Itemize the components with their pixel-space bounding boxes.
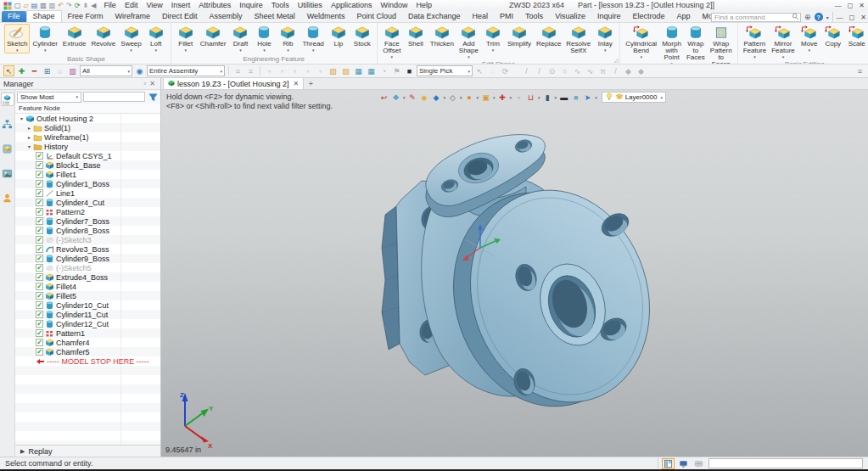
ribbon-tab-point-cloud[interactable]: Point Cloud: [351, 11, 403, 22]
chevron-down-icon[interactable]: ▾: [460, 95, 462, 100]
chevron-down-icon[interactable]: ▾: [510, 95, 512, 100]
ribbon-button-move[interactable]: Move▾: [798, 24, 821, 53]
redline-icon[interactable]: ✎: [407, 92, 418, 103]
role-manager-icon[interactable]: [1, 191, 14, 205]
feature-node-cylinder8-boss[interactable]: ✓Cylinder8_Boss: [15, 226, 160, 235]
checkbox[interactable]: ✓: [36, 227, 43, 234]
remove-entity-icon[interactable]: ━: [29, 65, 40, 76]
snap-line2-icon[interactable]: /: [534, 65, 545, 76]
feature-node-fillet5[interactable]: ✓Fillet5: [15, 291, 160, 300]
ribbon-button-resolve-selfx[interactable]: Resolve SelfX: [563, 24, 593, 55]
shaded-display-icon[interactable]: ◆: [431, 92, 442, 103]
ribbon-button-shell[interactable]: Shell: [404, 24, 428, 48]
ribbon-tab-electrode[interactable]: Electrode: [627, 11, 671, 22]
feature-node-cylinder7-boss[interactable]: ✓Cylinder7_Boss: [15, 216, 160, 226]
pick-chain-icon[interactable]: ◌: [487, 65, 498, 76]
snap-curve-icon[interactable]: ∿: [572, 65, 583, 76]
ribbon-tab-tools[interactable]: Tools: [519, 11, 549, 22]
color-filter-icon[interactable]: ▥: [67, 65, 78, 76]
checkbox[interactable]: ✓: [36, 339, 43, 346]
ribbon-collapse-icon[interactable]: ≡: [858, 67, 865, 76]
checkbox[interactable]: ✓: [36, 264, 43, 272]
pick-mode-select[interactable]: Single Pick▾: [417, 65, 473, 76]
snap-face2-icon[interactable]: ◆: [636, 65, 647, 76]
ribbon-button-hole[interactable]: Hole▾: [252, 24, 276, 53]
help-icon[interactable]: ?: [815, 13, 823, 21]
library-folder-icon[interactable]: ▨: [340, 65, 351, 76]
checkbox[interactable]: ✓: [36, 199, 43, 206]
ribbon-tab-inquire[interactable]: Inquire: [591, 11, 627, 22]
feature-node-chamfer4[interactable]: ✓Chamfer4: [15, 338, 160, 347]
feature-node-chamfer5[interactable]: ✓Chamfer5: [15, 347, 160, 356]
minimize-button[interactable]: —: [835, 0, 842, 11]
snap-angle-icon[interactable]: /: [610, 65, 621, 76]
checkbox[interactable]: ✓: [36, 189, 43, 197]
feature-node-pattern2[interactable]: ✓Pattern2: [15, 207, 160, 216]
snap-line-icon[interactable]: /: [521, 65, 532, 76]
ribbon-tab-wireframe[interactable]: Wireframe: [109, 11, 157, 22]
checkbox[interactable]: ✓: [36, 292, 43, 300]
checkbox[interactable]: ✓: [36, 245, 43, 253]
replay-b[interactable]: ▶ Replay: [15, 445, 160, 457]
align-horizontal-icon[interactable]: ≡: [232, 65, 244, 76]
pick-box-icon[interactable]: ⊞: [42, 65, 53, 76]
section-view-icon[interactable]: ●: [464, 92, 475, 103]
filter-funnel-icon[interactable]: [147, 92, 159, 103]
ribbon-tab-shape[interactable]: Shape: [26, 10, 62, 22]
layer-select[interactable]: Layer0000▾: [602, 92, 666, 103]
dialog-launcher-icon[interactable]: ◿: [614, 58, 619, 63]
feature-node-sketch5[interactable]: ✓(-)Sketch5: [15, 263, 160, 272]
regenerate-icon[interactable]: ⟳: [75, 1, 81, 10]
ribbon-tab-direct-edit[interactable]: Direct Edit: [156, 11, 204, 22]
expander-icon[interactable]: ▸: [25, 125, 33, 131]
ribbon-button-simplify[interactable]: Simplify: [505, 24, 534, 48]
viewport[interactable]: lesson 19.Z3 - [Outlet Housing 2] ✕ ＋: [161, 78, 868, 457]
checkbox[interactable]: ✓: [36, 236, 43, 244]
view-manager-icon[interactable]: [1, 142, 14, 155]
ribbon-button-face-offset[interactable]: Face Offset▾: [380, 24, 404, 60]
ribbon-button-replace[interactable]: Replace: [534, 24, 563, 48]
ribbon-button-fillet[interactable]: Fillet▾: [174, 24, 198, 53]
snap-midpoint-icon[interactable]: π: [597, 65, 608, 76]
view-manager-icon[interactable]: ❖: [390, 92, 401, 103]
globe-icon[interactable]: ⊕: [804, 13, 811, 21]
new-tab-button[interactable]: ＋: [304, 78, 317, 89]
find-command-input[interactable]: [711, 13, 801, 22]
ribbon-button-morph-with-point[interactable]: Morph with Point▾: [659, 24, 684, 64]
feature-node-cylinder4-cut[interactable]: ✓Cylinder4_Cut: [15, 198, 160, 207]
ribbon-tab-app[interactable]: App: [671, 11, 697, 22]
ribbon-button-loft[interactable]: Loft▾: [144, 24, 168, 53]
feature-node-wireframe-1[interactable]: ▸Wireframe(1): [15, 132, 160, 142]
solid-display-icon[interactable]: ◆: [419, 92, 430, 103]
chevron-down-icon[interactable]: ▾: [538, 95, 540, 100]
snap-face-icon[interactable]: ◆: [623, 65, 634, 76]
align-plane-icon[interactable]: ▫: [513, 92, 524, 103]
print-icon[interactable]: ▥: [40, 1, 47, 10]
checkbox[interactable]: ✓: [36, 180, 43, 188]
feature-node-default-csys-1[interactable]: ✓Default CSYS_1: [15, 151, 160, 160]
snap-2-icon[interactable]: ▫: [277, 65, 288, 76]
snap-center-icon[interactable]: ⊙: [546, 65, 557, 76]
checkbox[interactable]: ✓: [36, 348, 43, 356]
add-entity-icon[interactable]: ✚: [16, 65, 27, 76]
expander-icon[interactable]: ▾: [18, 115, 25, 121]
ribbon-button-stock[interactable]: Stock: [350, 24, 374, 48]
ribbon-tab-sheet-metal[interactable]: Sheet Metal: [249, 11, 301, 22]
print-preview-icon[interactable]: ▥: [49, 1, 56, 10]
chevron-down-icon[interactable]: ▾: [477, 95, 479, 100]
open-file-icon[interactable]: ▱: [24, 1, 29, 10]
spin-compass-icon[interactable]: ✚: [497, 92, 508, 103]
ribbon-button-sweep[interactable]: Sweep▾: [118, 24, 143, 53]
ribbon-button-mirror-feature[interactable]: Mirror Feature▾: [769, 24, 798, 60]
visual-manager-icon[interactable]: [1, 166, 14, 180]
checkbox[interactable]: ✓: [36, 152, 43, 160]
close-button[interactable]: ✕: [859, 0, 865, 11]
expander-icon[interactable]: ▾: [25, 143, 33, 149]
ribbon-button-thread[interactable]: Thread▾: [300, 24, 326, 53]
ribbon-button-trim[interactable]: Trim▾: [481, 24, 505, 53]
new-file-icon[interactable]: ▢: [14, 1, 21, 10]
pick-arrow-icon[interactable]: ↖: [474, 65, 485, 76]
snap-spline-icon[interactable]: ∿: [585, 65, 596, 76]
checkbox[interactable]: ✓: [36, 320, 43, 328]
document-tab[interactable]: lesson 19.Z3 - [Outlet Housing 2] ✕: [163, 77, 304, 89]
